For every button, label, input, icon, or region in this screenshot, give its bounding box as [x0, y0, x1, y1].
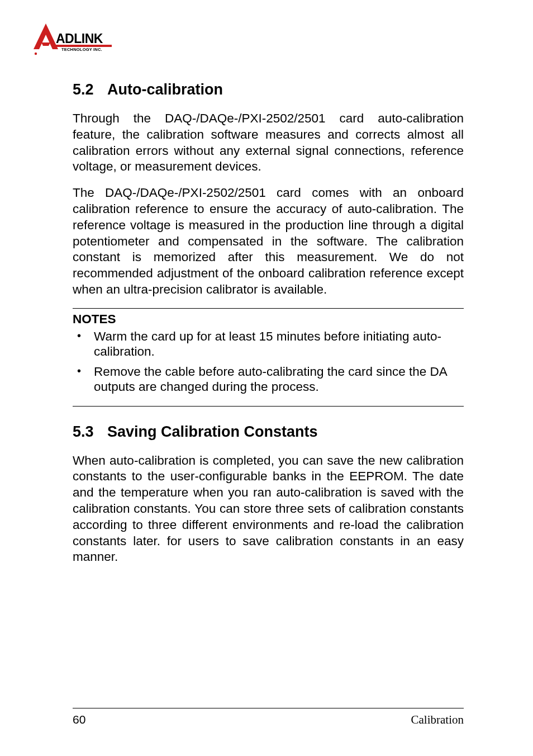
notes-text: Warm the card up for at least 15 minutes… — [94, 329, 464, 360]
page-content: 5.2 Auto-calibration Through the DAQ-/DA… — [73, 81, 464, 575]
bullet-icon: • — [73, 364, 94, 395]
notes-label: NOTES — [73, 312, 464, 327]
body-paragraph: Through the DAQ-/DAQe-/PXI-2502/2501 car… — [73, 111, 464, 175]
bullet-icon: • — [73, 329, 94, 360]
section-number: 5.3 — [73, 423, 107, 441]
logo-tagline: TECHNOLOGY INC. — [61, 47, 102, 52]
svg-point-0 — [35, 53, 37, 55]
notes-box: NOTES • Warm the card up for at least 15… — [73, 308, 464, 407]
section-title: Auto-calibration — [107, 81, 223, 98]
notes-item: • Warm the card up for at least 15 minut… — [73, 329, 464, 360]
page-footer: 60 Calibration — [73, 708, 464, 727]
brand-logo: ADLINK TECHNOLOGY INC. — [29, 22, 113, 64]
section-heading-saving-constants: 5.3 Saving Calibration Constants — [73, 423, 464, 441]
notes-text: Remove the cable before auto-calibrating… — [94, 364, 464, 395]
section-title: Saving Calibration Constants — [107, 423, 318, 441]
section-heading-auto-calibration: 5.2 Auto-calibration — [73, 81, 464, 98]
notes-item: • Remove the cable before auto-calibrati… — [73, 364, 464, 395]
body-paragraph: The DAQ-/DAQe-/PXI-2502/2501 card comes … — [73, 185, 464, 298]
body-paragraph: When auto-calibration is completed, you … — [73, 453, 464, 566]
footer-label: Calibration — [411, 713, 464, 727]
logo-text: ADLINK — [56, 31, 103, 46]
page-number: 60 — [73, 713, 85, 727]
section-number: 5.2 — [73, 81, 107, 98]
